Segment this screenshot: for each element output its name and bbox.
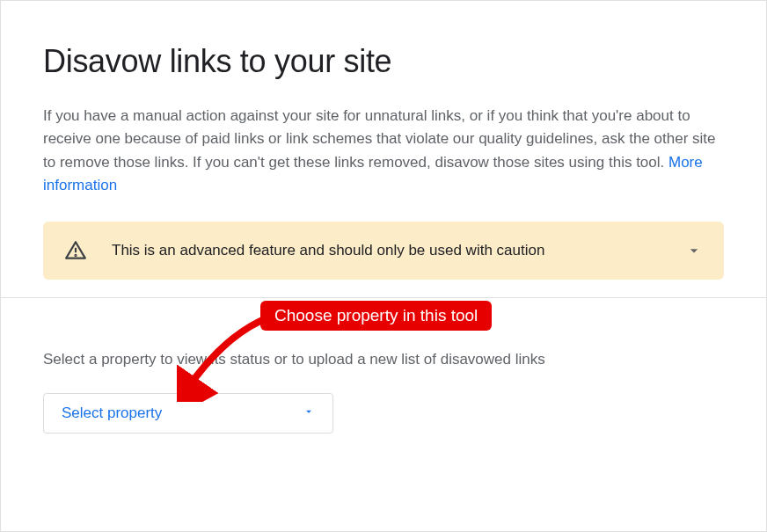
select-property-dropdown[interactable]: Select property — [43, 393, 333, 434]
annotation-label: Choose property in this tool — [260, 301, 492, 331]
warning-message: This is an advanced feature and should o… — [112, 242, 661, 259]
warning-banner[interactable]: This is an advanced feature and should o… — [43, 222, 724, 280]
description-text: If you have a manual action against your… — [43, 105, 724, 197]
description-body: If you have a manual action against your… — [43, 107, 716, 171]
dropdown-arrow-icon — [303, 405, 315, 421]
select-instruction: Select a property to view its status or … — [43, 351, 724, 368]
chevron-down-icon — [685, 242, 703, 259]
page-title: Disavow links to your site — [43, 43, 724, 80]
warning-triangle-icon — [64, 239, 87, 262]
svg-point-1 — [75, 255, 76, 256]
select-property-label: Select property — [62, 404, 162, 422]
